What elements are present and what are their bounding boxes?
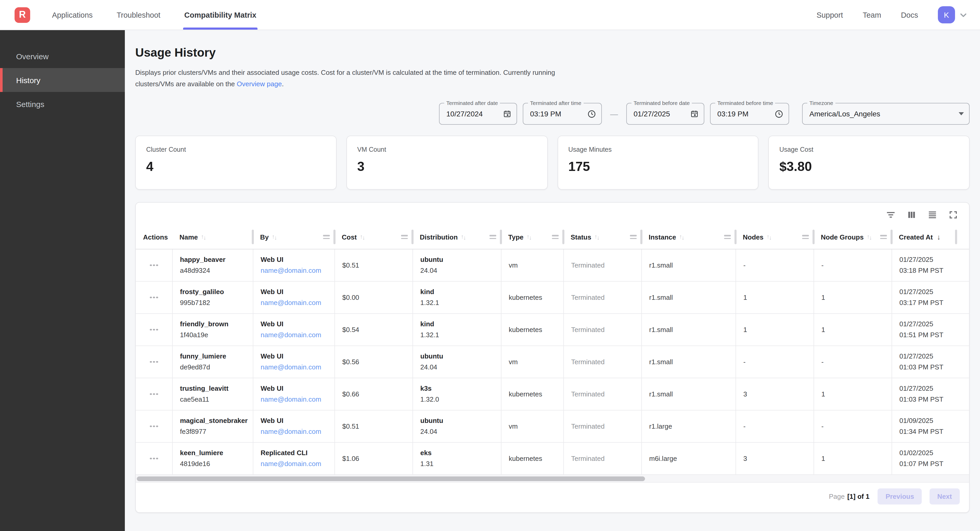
column-drag-handle-icon[interactable] — [401, 235, 408, 239]
column-header-cost[interactable]: Cost↑↓ — [334, 225, 412, 249]
filters-row: Terminated after date 10/27/2024 Termina… — [135, 103, 970, 125]
cell-status: Terminated — [563, 249, 641, 281]
row-actions-button[interactable] — [147, 293, 161, 302]
column-drag-handle-icon[interactable] — [802, 235, 809, 239]
previous-page-button[interactable]: Previous — [878, 488, 922, 504]
column-drag-handle-icon[interactable] — [880, 235, 887, 239]
cell-text: ubuntu — [420, 256, 497, 264]
column-header-type[interactable]: Type↑↓ — [501, 225, 563, 249]
nav-tab-troubleshoot[interactable]: Troubleshoot — [116, 0, 160, 30]
replicated-logo[interactable]: R — [14, 7, 30, 22]
nav-tab-compatibility-matrix[interactable]: Compatibility Matrix — [185, 0, 256, 30]
cell-text: kind — [420, 320, 497, 329]
cell-text: 1.32.1 — [420, 331, 497, 339]
terminated-before-date-field[interactable]: Terminated before date 01/27/2025 — [626, 103, 704, 125]
overview-page-link[interactable]: Overview page — [237, 80, 282, 88]
email-link[interactable]: name@domain.com — [261, 428, 330, 436]
column-divider[interactable] — [640, 230, 643, 244]
density-icon[interactable] — [928, 210, 937, 220]
email-link[interactable]: name@domain.com — [261, 331, 330, 339]
column-header-nodes[interactable]: Nodes↑↓ — [735, 225, 813, 249]
horizontal-scrollbar[interactable] — [136, 475, 969, 482]
columns-icon[interactable] — [907, 210, 916, 220]
avatar[interactable]: K — [938, 6, 955, 24]
sidebar-item-settings[interactable]: Settings — [0, 92, 125, 116]
column-divider[interactable] — [562, 230, 565, 244]
terminated-before-time-field[interactable]: Terminated before time 03:19 PM — [710, 103, 789, 125]
row-actions-button[interactable] — [147, 455, 161, 463]
email-link[interactable]: name@domain.com — [261, 299, 330, 308]
column-header-status[interactable]: Status↑↓ — [563, 225, 641, 249]
column-drag-handle-icon[interactable] — [630, 235, 637, 239]
horizontal-scrollbar-thumb[interactable] — [137, 476, 645, 481]
cell-status: Terminated — [563, 378, 641, 410]
cell-node_groups: - — [813, 346, 892, 378]
next-page-button[interactable]: Next — [929, 488, 960, 504]
column-header-node_groups[interactable]: Node Groups↑↓ — [813, 225, 892, 249]
filter-icon[interactable] — [886, 210, 896, 220]
terminated-after-time-field[interactable]: Terminated after time 03:19 PM — [523, 103, 602, 125]
column-divider[interactable] — [813, 230, 815, 244]
table-row: keen_lumiere4819de16Replicated CLIname@d… — [136, 443, 969, 475]
column-header-by[interactable]: By↑↓ — [253, 225, 334, 249]
sidebar-item-overview[interactable]: Overview — [0, 44, 125, 68]
row-actions-button[interactable] — [147, 262, 161, 269]
row-actions-button[interactable] — [147, 390, 161, 398]
table-row: magical_stonebrakerfe3f8977Web UIname@do… — [136, 411, 969, 443]
cell-text: 01:51 PM PST — [899, 331, 969, 339]
cell-name: funny_lumierede9ed87d — [172, 346, 253, 378]
cell-nodes: 1 — [735, 314, 813, 346]
clock-icon[interactable] — [582, 109, 596, 118]
cell-text: - — [743, 358, 810, 366]
chevron-down-icon[interactable] — [959, 11, 967, 19]
table-toolbar — [136, 203, 969, 225]
cell-text: cae5ea11 — [180, 395, 249, 404]
cell-text: Terminated — [571, 422, 637, 431]
column-drag-handle-icon[interactable] — [490, 235, 496, 239]
column-header-distribution[interactable]: Distribution↑↓ — [412, 225, 501, 249]
column-divider[interactable] — [955, 230, 957, 244]
column-drag-handle-icon[interactable] — [724, 235, 731, 239]
column-divider[interactable] — [500, 230, 502, 244]
email-link[interactable]: name@domain.com — [261, 363, 330, 372]
calendar-icon[interactable] — [685, 109, 698, 118]
account-menu[interactable]: K — [938, 6, 967, 24]
column-divider[interactable] — [252, 230, 254, 244]
column-divider[interactable] — [333, 230, 336, 244]
clock-icon[interactable] — [769, 109, 783, 118]
column-drag-handle-icon[interactable] — [323, 235, 330, 239]
column-divider[interactable] — [891, 230, 892, 244]
fullscreen-icon[interactable] — [948, 210, 958, 220]
column-header-instance[interactable]: Instance↑↓ — [641, 225, 735, 249]
nav-right: Support Team Docs K — [816, 0, 967, 30]
column-header-created_at: Created At↓ — [892, 225, 969, 249]
cell-cost: $0.51 — [334, 411, 412, 442]
email-link[interactable]: name@domain.com — [261, 395, 330, 404]
cell-text: Terminated — [571, 293, 637, 302]
column-drag-handle-icon[interactable] — [552, 235, 558, 239]
nav-link-docs[interactable]: Docs — [901, 11, 918, 19]
cell-text: Terminated — [571, 390, 637, 398]
column-divider[interactable] — [735, 230, 737, 244]
column-header-name[interactable]: Name↑↓ — [172, 225, 253, 249]
row-actions-button[interactable] — [147, 358, 161, 366]
cell-text: 24.04 — [420, 363, 497, 372]
cell-instance: m6i.large — [641, 443, 735, 474]
terminated-after-date-field[interactable]: Terminated after date 10/27/2024 — [439, 103, 517, 125]
nav-tab-applications[interactable]: Applications — [52, 0, 92, 30]
calendar-icon[interactable] — [498, 109, 511, 118]
column-divider[interactable] — [412, 230, 414, 244]
nav-link-support[interactable]: Support — [816, 11, 843, 19]
row-actions-button[interactable] — [147, 422, 161, 430]
cell-type: kubernetes — [501, 314, 563, 346]
cell-text: - — [821, 358, 888, 366]
timezone-select[interactable]: Timezone America/Los_Angeles — [802, 103, 970, 125]
email-link[interactable]: name@domain.com — [261, 460, 330, 468]
nav-link-team[interactable]: Team — [863, 11, 881, 19]
cell-text: 1 — [821, 390, 888, 398]
row-actions-button[interactable] — [147, 326, 161, 334]
column-label: Created At — [899, 233, 933, 241]
usage-history-table: ActionsName↑↓By↑↓Cost↑↓Distribution↑↓Typ… — [136, 225, 969, 482]
email-link[interactable]: name@domain.com — [261, 266, 330, 275]
sidebar-item-history[interactable]: History — [0, 68, 125, 92]
